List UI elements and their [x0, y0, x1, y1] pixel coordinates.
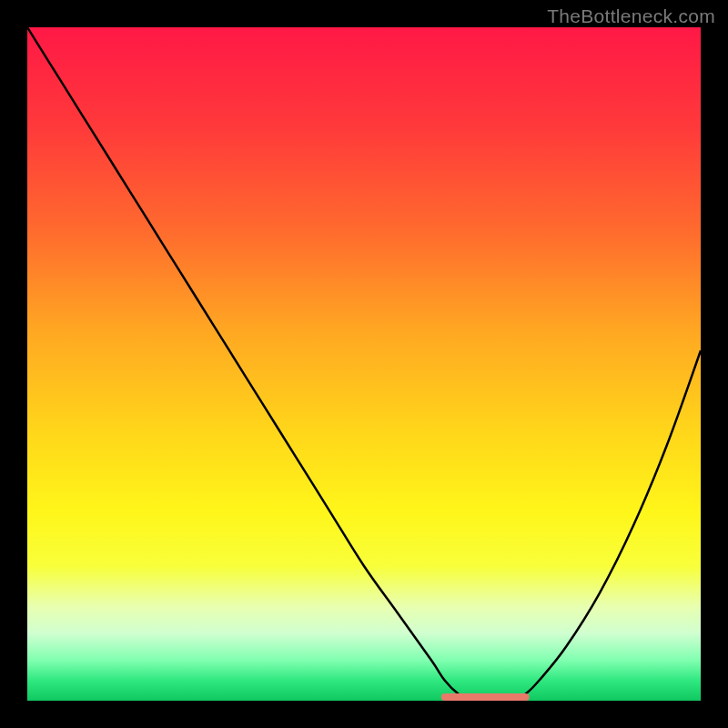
chart-plot	[27, 27, 701, 701]
chart-background	[27, 27, 701, 701]
chart-frame	[27, 27, 701, 701]
watermark-text: TheBottleneck.com	[547, 5, 715, 27]
